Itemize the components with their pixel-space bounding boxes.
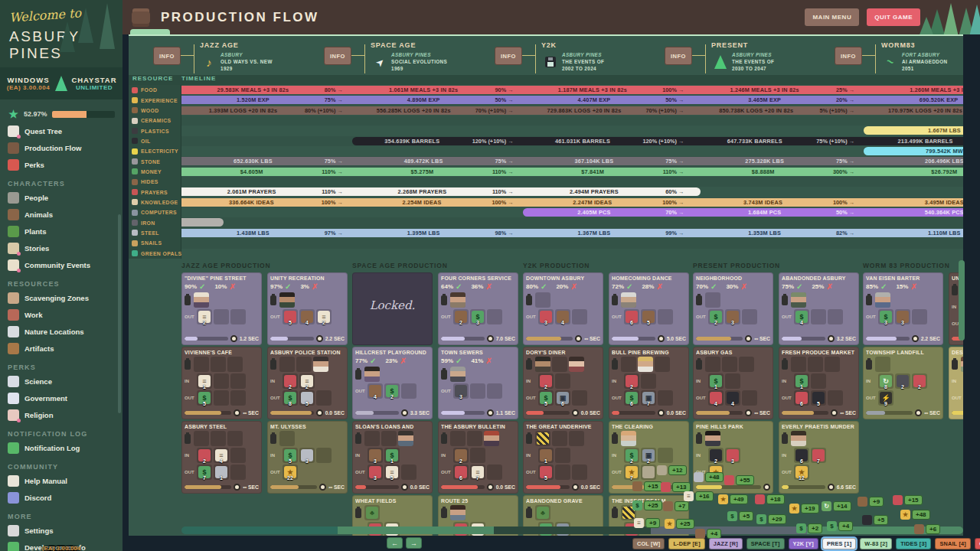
item-slot[interactable] (214, 373, 229, 389)
worker-slot[interactable] (569, 357, 584, 372)
sidebar-item-settings[interactable]: Settings (0, 522, 122, 539)
production-card-neighborhood[interactable]: NEIGHBORHOOD70%✓30%✗OUT$23∞ SEC (693, 272, 773, 345)
item-slot[interactable]: $8 (283, 390, 298, 406)
worker-slot[interactable] (194, 431, 209, 446)
production-card-homecoming-dance[interactable]: HOMECOMING DANCE72%✓28%✗OUT655.0 SEC (609, 272, 689, 345)
item-slot[interactable]: 4 (708, 390, 724, 406)
worker-slot[interactable] (705, 292, 720, 308)
worker-slot[interactable] (194, 357, 209, 372)
worker-slot[interactable] (621, 431, 636, 446)
resource-label-cell[interactable]: CERAMICS (129, 116, 181, 126)
hotkey-tides-3-[interactable]: TIDES [3] (896, 538, 931, 549)
production-card-unity-recreation[interactable]: UNITY RECREATION97%✓3%✗OUT54≡22.2 SEC (267, 272, 348, 345)
item-slot[interactable]: 5 (299, 390, 315, 406)
item-slot[interactable]: $4 (794, 309, 809, 324)
item-slot[interactable] (641, 465, 656, 480)
item-slot[interactable]: 3 (725, 309, 740, 324)
worker-slot[interactable] (364, 367, 380, 382)
sidebar-item-artifacts[interactable]: Artifacts26 OF 46 (0, 340, 122, 357)
resource-label-cell[interactable]: STEEL (129, 228, 181, 238)
item-slot[interactable] (912, 309, 927, 324)
scroll-right-button[interactable]: → (406, 537, 422, 549)
resource-bar[interactable]: 1.393M LOGS +20 IN 82s80% (+10%) →556.28… (181, 106, 963, 115)
era-info-button[interactable]: INFO (665, 47, 692, 65)
item-slot[interactable]: $1 (384, 448, 400, 463)
worker-slot[interactable] (705, 357, 720, 372)
hotkey-oust-5-[interactable]: OUST [5] (975, 538, 980, 549)
production-card-four-corners-service[interactable]: FOUR CORNERS SERVICE64%✓36%✗OUT2$37.0 SE… (438, 272, 518, 345)
resource-bar[interactable]: 1.520M EXP75% →4.890M EXP50% →4.407M EXP… (181, 96, 963, 104)
item-slot[interactable]: ≡4 (214, 448, 229, 463)
item-slot[interactable] (316, 448, 332, 463)
production-card-fresh-produce-market[interactable]: FRESH PRODUCE MARKETIN$1OUT65∞ SEC (779, 347, 859, 419)
production-card-deserted-suburbs[interactable]: DESERTED SUBURBSIN≡2OUT@74 (949, 347, 963, 419)
item-slot[interactable] (641, 373, 656, 389)
production-card-sloan-s-loans-and[interactable]: SLOAN'S LOANS ANDIN3$1OUT3≡50.0 SEC (352, 421, 433, 494)
item-slot[interactable]: 2 (453, 309, 469, 324)
item-slot[interactable] (572, 390, 587, 406)
item-slot[interactable] (572, 309, 587, 324)
production-card-bull-pine-brewing[interactable]: BULL PINE BREWINGIN2OUT$6▣70.0 SEC (609, 347, 689, 419)
resource-bar[interactable]: 1.438M LBS97% →1.395M LBS98% →1.367M LBS… (181, 229, 963, 237)
resource-label-cell[interactable]: COMPUTERS (129, 207, 181, 217)
item-slot[interactable] (658, 390, 673, 406)
item-slot[interactable] (316, 390, 332, 406)
worker-slot[interactable] (227, 431, 243, 446)
production-card-locked[interactable]: Locked. (352, 272, 433, 345)
hotkey-l-dep-e-[interactable]: L-DEP [E] (668, 538, 704, 549)
item-slot[interactable]: $2 (624, 448, 639, 463)
item-slot[interactable] (230, 448, 246, 463)
item-slot[interactable] (230, 465, 246, 480)
item-slot[interactable]: ≡7 (470, 465, 485, 480)
item-slot[interactable] (230, 309, 246, 324)
resource-label-cell[interactable]: HIDES (129, 177, 181, 187)
resource-label-cell[interactable]: KNOWLEDGE (129, 197, 181, 207)
item-slot[interactable]: 3 (368, 465, 383, 480)
worker-slot[interactable] (227, 357, 243, 372)
item-slot[interactable] (811, 373, 826, 389)
production-card-asbury-steel[interactable]: ASBURY STEELIN2≡4OUT$71∞ SEC (181, 421, 262, 494)
hotkey-jazz-r-[interactable]: JAZZ [R] (709, 538, 743, 549)
sidebar-item-people[interactable]: People57 OF 84 (0, 189, 122, 206)
worker-slot[interactable] (961, 357, 963, 372)
production-card-hillcrest-playground[interactable]: HILLCREST PLAYGROUND77%✓23%✗OUT4$23.3 SE… (352, 347, 433, 419)
worker-slot[interactable] (467, 431, 482, 446)
production-card-abandonded-asbury[interactable]: ABANDONDED ASBURY75%✓25%✗OUT$43.2 SEC (779, 272, 859, 345)
item-slot[interactable] (658, 448, 673, 463)
worker-slot[interactable] (552, 357, 567, 372)
item-slot[interactable] (487, 465, 502, 480)
item-slot[interactable]: ⚡9 (878, 390, 893, 406)
worker-slot[interactable] (535, 292, 550, 308)
era-info-button[interactable]: INFO (153, 47, 181, 65)
item-slot[interactable] (470, 448, 485, 463)
resource-label-cell[interactable]: IRON (129, 217, 181, 227)
item-slot[interactable]: 1 (538, 448, 554, 463)
production-card-vivienne-s-caf-[interactable]: VIVIENNE'S CAFÉIN≡1OUT$5∞ SEC (181, 347, 262, 419)
item-slot[interactable] (487, 309, 502, 324)
item-slot[interactable] (230, 373, 246, 389)
worker-slot[interactable] (808, 357, 823, 372)
item-slot[interactable] (214, 309, 229, 324)
item-slot[interactable] (742, 390, 757, 406)
item-slot[interactable]: ▣7 (641, 390, 656, 406)
resource-label-cell[interactable]: ELECTRICITY (129, 146, 181, 156)
production-card-everly-praetis-murder[interactable]: EVERLY PRAETIS MURDERIN67OUT★126.6 SEC (779, 421, 859, 494)
production-card-the-asbury-bulletin[interactable]: THE ASBURY BULLETININ2OUT6≡70.0 SEC (438, 421, 518, 494)
item-slot[interactable]: ★22 (283, 465, 298, 480)
worker-slot[interactable] (211, 431, 226, 446)
item-slot[interactable]: $3 (878, 309, 893, 324)
worker-slot[interactable]: ♣ (364, 505, 380, 520)
sidebar-item-production-flow[interactable]: Production Flow17 OF 17 (0, 139, 122, 156)
item-slot[interactable]: 3 (368, 448, 383, 463)
item-slot[interactable]: ≡2 (197, 309, 212, 324)
item-slot[interactable] (487, 383, 502, 399)
item-slot[interactable]: ≡2 (316, 309, 332, 324)
item-slot[interactable]: $6 (624, 390, 639, 406)
item-slot[interactable] (555, 465, 570, 480)
item-slot[interactable]: 6 (624, 309, 639, 324)
era-info-button[interactable]: INFO (495, 47, 522, 65)
worker-slot[interactable] (791, 431, 806, 446)
hotkey-pres-1-[interactable]: PRES [1] (822, 538, 856, 549)
worker-slot[interactable] (450, 431, 466, 446)
worker-slot[interactable] (621, 292, 636, 308)
